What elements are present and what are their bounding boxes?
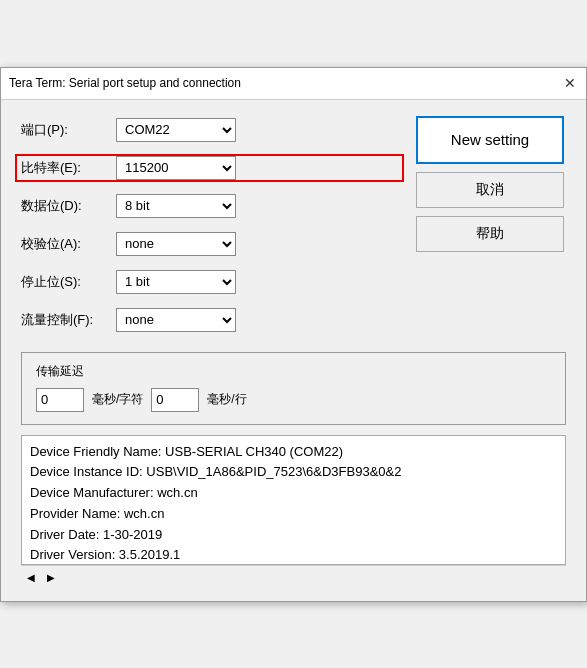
info-text: Device Friendly Name: USB-SERIAL CH340 (… [30,442,557,565]
port-label: 端口(P): [21,121,116,139]
main-window: Tera Term: Serial port setup and connect… [0,67,587,602]
right-panel: New setting 取消 帮助 [416,116,566,344]
cancel-button[interactable]: 取消 [416,172,564,208]
databits-row: 数据位(D): 8 bit 7 bit 6 bit 5 bit [21,192,400,220]
char-delay-input[interactable] [36,388,84,412]
close-button[interactable]: ✕ [562,75,578,91]
parity-label: 校验位(A): [21,235,116,253]
info-line-1: Device Friendly Name: USB-SERIAL CH340 (… [30,442,557,463]
left-panel: 端口(P): COM22 比特率(E): 115200 9600 19200 3… [21,116,400,344]
line-delay-unit: 毫秒/行 [207,391,246,408]
new-setting-button[interactable]: New setting [416,116,564,164]
parity-select[interactable]: none odd even [116,232,236,256]
device-info-box[interactable]: Device Friendly Name: USB-SERIAL CH340 (… [21,435,566,565]
info-box-wrapper: Device Friendly Name: USB-SERIAL CH340 (… [21,435,566,565]
title-bar: Tera Term: Serial port setup and connect… [1,68,586,100]
scroll-right-arrow[interactable]: ▶ [41,570,61,585]
delay-row: 毫秒/字符 毫秒/行 [36,388,551,412]
baudrate-select[interactable]: 115200 9600 19200 38400 57600 230400 [116,156,236,180]
info-line-3: Device Manufacturer: wch.cn [30,483,557,504]
char-delay-unit: 毫秒/字符 [92,391,143,408]
baudrate-row: 比特率(E): 115200 9600 19200 38400 57600 23… [15,154,404,182]
stopbits-label: 停止位(S): [21,273,116,291]
delay-section: 传输延迟 毫秒/字符 毫秒/行 [21,352,566,425]
flowcontrol-row: 流量控制(F): none hardware software [21,306,400,334]
port-select[interactable]: COM22 [116,118,236,142]
info-line-6: Driver Version: 3.5.2019.1 [30,545,557,564]
delay-title: 传输延迟 [36,363,551,380]
flowcontrol-label: 流量控制(F): [21,311,116,329]
info-line-4: Provider Name: wch.cn [30,504,557,525]
scroll-left-arrow[interactable]: ◀ [21,570,41,585]
help-button[interactable]: 帮助 [416,216,564,252]
stopbits-select[interactable]: 1 bit 1.5 bit 2 bit [116,270,236,294]
flowcontrol-select[interactable]: none hardware software [116,308,236,332]
window-title: Tera Term: Serial port setup and connect… [9,76,241,90]
stopbits-row: 停止位(S): 1 bit 1.5 bit 2 bit [21,268,400,296]
info-line-2: Device Instance ID: USB\VID_1A86&PID_752… [30,462,557,483]
databits-select[interactable]: 8 bit 7 bit 6 bit 5 bit [116,194,236,218]
line-delay-input[interactable] [151,388,199,412]
port-row: 端口(P): COM22 [21,116,400,144]
info-line-5: Driver Date: 1-30-2019 [30,525,557,546]
baudrate-label: 比特率(E): [21,159,116,177]
content-area: 端口(P): COM22 比特率(E): 115200 9600 19200 3… [1,100,586,601]
bottom-scrollbar: ◀ ▶ [21,565,566,589]
databits-label: 数据位(D): [21,197,116,215]
form-area: 端口(P): COM22 比特率(E): 115200 9600 19200 3… [21,116,566,344]
parity-row: 校验位(A): none odd even [21,230,400,258]
